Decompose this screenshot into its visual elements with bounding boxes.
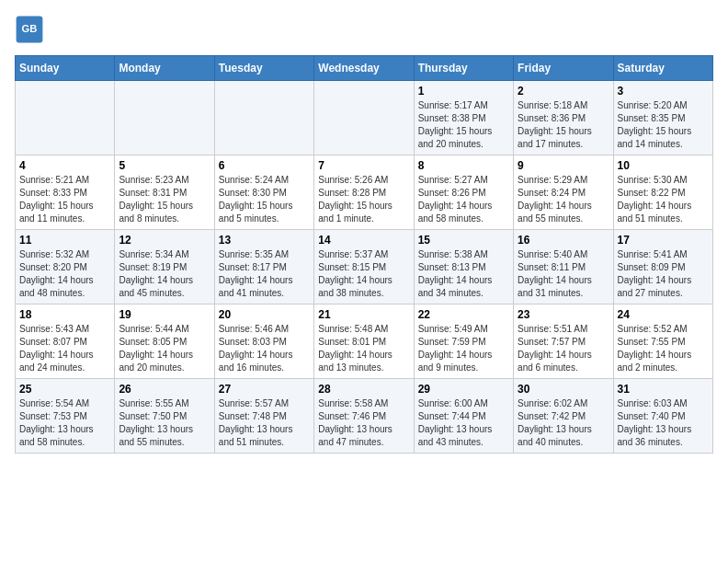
day-info: Sunrise: 5:20 AM Sunset: 8:35 PM Dayligh… xyxy=(618,99,709,151)
day-info: Sunrise: 5:41 AM Sunset: 8:09 PM Dayligh… xyxy=(618,248,709,300)
calendar-cell xyxy=(314,81,414,155)
calendar-cell: 5Sunrise: 5:23 AM Sunset: 8:31 PM Daylig… xyxy=(115,155,214,230)
day-number: 15 xyxy=(418,234,509,247)
calendar-cell: 26Sunrise: 5:55 AM Sunset: 7:50 PM Dayli… xyxy=(115,379,214,454)
day-number: 16 xyxy=(518,234,609,247)
day-number: 25 xyxy=(19,383,110,396)
weekday-header: Friday xyxy=(514,56,613,81)
day-number: 11 xyxy=(19,234,110,247)
day-number: 28 xyxy=(318,383,409,396)
calendar-cell: 19Sunrise: 5:44 AM Sunset: 8:05 PM Dayli… xyxy=(115,304,214,379)
calendar-week-row: 18Sunrise: 5:43 AM Sunset: 8:07 PM Dayli… xyxy=(16,304,713,379)
calendar-cell: 21Sunrise: 5:48 AM Sunset: 8:01 PM Dayli… xyxy=(314,304,414,379)
calendar-cell: 24Sunrise: 5:52 AM Sunset: 7:55 PM Dayli… xyxy=(613,304,712,379)
day-info: Sunrise: 5:51 AM Sunset: 7:57 PM Dayligh… xyxy=(518,323,609,374)
day-info: Sunrise: 5:40 AM Sunset: 8:11 PM Dayligh… xyxy=(518,248,609,300)
day-number: 3 xyxy=(618,85,709,98)
day-number: 14 xyxy=(318,234,409,247)
day-info: Sunrise: 5:18 AM Sunset: 8:36 PM Dayligh… xyxy=(518,99,609,151)
calendar-cell: 30Sunrise: 6:02 AM Sunset: 7:42 PM Dayli… xyxy=(514,379,613,454)
weekday-header: Tuesday xyxy=(214,56,313,81)
calendar-cell: 22Sunrise: 5:49 AM Sunset: 7:59 PM Dayli… xyxy=(414,304,513,379)
day-number: 12 xyxy=(119,234,210,247)
calendar-cell: 10Sunrise: 5:30 AM Sunset: 8:22 PM Dayli… xyxy=(613,155,712,230)
day-info: Sunrise: 5:24 AM Sunset: 8:30 PM Dayligh… xyxy=(219,174,310,225)
day-number: 10 xyxy=(618,159,709,172)
calendar-cell: 20Sunrise: 5:46 AM Sunset: 8:03 PM Dayli… xyxy=(214,304,313,379)
day-number: 4 xyxy=(19,159,110,172)
day-info: Sunrise: 5:29 AM Sunset: 8:24 PM Dayligh… xyxy=(518,174,609,225)
day-number: 8 xyxy=(418,159,509,172)
logo-icon: GB xyxy=(15,15,44,44)
calendar-cell: 11Sunrise: 5:32 AM Sunset: 8:20 PM Dayli… xyxy=(16,230,115,304)
day-info: Sunrise: 5:46 AM Sunset: 8:03 PM Dayligh… xyxy=(219,323,310,374)
day-info: Sunrise: 6:03 AM Sunset: 7:40 PM Dayligh… xyxy=(618,397,709,449)
calendar-cell: 4Sunrise: 5:21 AM Sunset: 8:33 PM Daylig… xyxy=(16,155,115,230)
weekday-header: Saturday xyxy=(613,56,712,81)
calendar-week-row: 1Sunrise: 5:17 AM Sunset: 8:38 PM Daylig… xyxy=(16,81,713,155)
calendar-cell xyxy=(115,81,214,155)
day-number: 24 xyxy=(618,308,709,321)
day-number: 17 xyxy=(618,234,709,247)
calendar-cell: 9Sunrise: 5:29 AM Sunset: 8:24 PM Daylig… xyxy=(514,155,613,230)
day-number: 30 xyxy=(518,383,609,396)
day-number: 23 xyxy=(518,308,609,321)
day-info: Sunrise: 5:21 AM Sunset: 8:33 PM Dayligh… xyxy=(19,174,110,225)
day-info: Sunrise: 5:38 AM Sunset: 8:13 PM Dayligh… xyxy=(418,248,509,300)
day-info: Sunrise: 5:54 AM Sunset: 7:53 PM Dayligh… xyxy=(19,397,110,449)
calendar-cell: 2Sunrise: 5:18 AM Sunset: 8:36 PM Daylig… xyxy=(514,81,613,155)
weekday-header: Thursday xyxy=(414,56,513,81)
calendar-cell: 3Sunrise: 5:20 AM Sunset: 8:35 PM Daylig… xyxy=(613,81,712,155)
calendar-cell: 17Sunrise: 5:41 AM Sunset: 8:09 PM Dayli… xyxy=(613,230,712,304)
day-info: Sunrise: 5:27 AM Sunset: 8:26 PM Dayligh… xyxy=(418,174,509,225)
day-info: Sunrise: 5:43 AM Sunset: 8:07 PM Dayligh… xyxy=(19,323,110,374)
day-info: Sunrise: 5:26 AM Sunset: 8:28 PM Dayligh… xyxy=(318,174,409,225)
day-info: Sunrise: 6:02 AM Sunset: 7:42 PM Dayligh… xyxy=(518,397,609,449)
day-number: 21 xyxy=(318,308,409,321)
weekday-header: Wednesday xyxy=(314,56,414,81)
header-row: SundayMondayTuesdayWednesdayThursdayFrid… xyxy=(16,56,713,81)
day-info: Sunrise: 5:44 AM Sunset: 8:05 PM Dayligh… xyxy=(119,323,210,374)
calendar-table: SundayMondayTuesdayWednesdayThursdayFrid… xyxy=(15,55,713,454)
calendar-cell xyxy=(16,81,115,155)
calendar-cell: 14Sunrise: 5:37 AM Sunset: 8:15 PM Dayli… xyxy=(314,230,414,304)
day-info: Sunrise: 5:30 AM Sunset: 8:22 PM Dayligh… xyxy=(618,174,709,225)
day-number: 29 xyxy=(418,383,509,396)
day-info: Sunrise: 5:37 AM Sunset: 8:15 PM Dayligh… xyxy=(318,248,409,300)
day-number: 5 xyxy=(119,159,210,172)
day-number: 2 xyxy=(518,85,609,98)
calendar-cell: 1Sunrise: 5:17 AM Sunset: 8:38 PM Daylig… xyxy=(414,81,513,155)
day-info: Sunrise: 5:55 AM Sunset: 7:50 PM Dayligh… xyxy=(119,397,210,449)
day-info: Sunrise: 5:57 AM Sunset: 7:48 PM Dayligh… xyxy=(219,397,310,449)
calendar-header: SundayMondayTuesdayWednesdayThursdayFrid… xyxy=(16,56,713,81)
day-number: 9 xyxy=(518,159,609,172)
svg-text:GB: GB xyxy=(22,23,38,34)
calendar-cell: 25Sunrise: 5:54 AM Sunset: 7:53 PM Dayli… xyxy=(16,379,115,454)
day-info: Sunrise: 5:23 AM Sunset: 8:31 PM Dayligh… xyxy=(119,174,210,225)
calendar-cell: 31Sunrise: 6:03 AM Sunset: 7:40 PM Dayli… xyxy=(613,379,712,454)
day-number: 6 xyxy=(219,159,310,172)
calendar-cell: 7Sunrise: 5:26 AM Sunset: 8:28 PM Daylig… xyxy=(314,155,414,230)
day-info: Sunrise: 5:34 AM Sunset: 8:19 PM Dayligh… xyxy=(119,248,210,300)
weekday-header: Monday xyxy=(115,56,214,81)
day-number: 13 xyxy=(219,234,310,247)
day-info: Sunrise: 6:00 AM Sunset: 7:44 PM Dayligh… xyxy=(418,397,509,449)
calendar-cell: 12Sunrise: 5:34 AM Sunset: 8:19 PM Dayli… xyxy=(115,230,214,304)
day-info: Sunrise: 5:52 AM Sunset: 7:55 PM Dayligh… xyxy=(618,323,709,374)
day-number: 31 xyxy=(618,383,709,396)
day-number: 26 xyxy=(119,383,210,396)
calendar-cell: 28Sunrise: 5:58 AM Sunset: 7:46 PM Dayli… xyxy=(314,379,414,454)
day-number: 18 xyxy=(19,308,110,321)
day-info: Sunrise: 5:17 AM Sunset: 8:38 PM Dayligh… xyxy=(418,99,509,151)
day-number: 22 xyxy=(418,308,509,321)
calendar-cell: 23Sunrise: 5:51 AM Sunset: 7:57 PM Dayli… xyxy=(514,304,613,379)
day-info: Sunrise: 5:32 AM Sunset: 8:20 PM Dayligh… xyxy=(19,248,110,300)
day-number: 7 xyxy=(318,159,409,172)
calendar-cell: 8Sunrise: 5:27 AM Sunset: 8:26 PM Daylig… xyxy=(414,155,513,230)
day-info: Sunrise: 5:35 AM Sunset: 8:17 PM Dayligh… xyxy=(219,248,310,300)
calendar-cell: 6Sunrise: 5:24 AM Sunset: 8:30 PM Daylig… xyxy=(214,155,313,230)
calendar-cell: 16Sunrise: 5:40 AM Sunset: 8:11 PM Dayli… xyxy=(514,230,613,304)
weekday-header: Sunday xyxy=(16,56,115,81)
calendar-week-row: 11Sunrise: 5:32 AM Sunset: 8:20 PM Dayli… xyxy=(16,230,713,304)
calendar-cell: 29Sunrise: 6:00 AM Sunset: 7:44 PM Dayli… xyxy=(414,379,513,454)
